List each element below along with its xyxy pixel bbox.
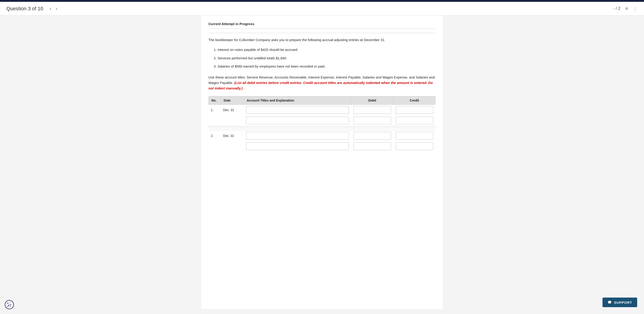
row-account: [244, 130, 351, 141]
row-date-empty: [221, 115, 244, 127]
list-icon[interactable]: ≡: [625, 6, 628, 11]
row-account: [244, 115, 351, 127]
credit-input-2-2[interactable]: [396, 142, 433, 150]
col-credit: Credit: [394, 96, 436, 105]
score-display: - / 2: [613, 6, 620, 11]
table-header-row: No. Date Account Titles and Explanation …: [209, 96, 436, 105]
items-list: Interest on notes payable of $420 should…: [208, 47, 436, 69]
credit-input-2-1[interactable]: [396, 132, 433, 140]
support-button[interactable]: 💬 SUPPORT: [602, 297, 637, 307]
debit-input-2-2[interactable]: [354, 142, 391, 150]
row-debit: [351, 115, 394, 127]
row-no-empty: [209, 141, 221, 152]
svg-point-3: [10, 304, 12, 305]
instructions: Use these account titles: Service Revenu…: [208, 75, 436, 91]
account-input-1-2[interactable]: [246, 117, 349, 124]
svg-point-5: [10, 306, 11, 307]
col-account: Account Titles and Explanation: [244, 96, 351, 105]
row-debit: [351, 130, 394, 141]
row-credit: [394, 115, 436, 127]
svg-point-0: [5, 300, 14, 309]
list-item: Salaries of $580 earned by employees hav…: [218, 64, 436, 69]
account-input-2-2[interactable]: [246, 142, 349, 150]
svg-point-2: [10, 302, 10, 303]
row-spacer: [209, 127, 436, 131]
row-no-empty: [209, 115, 221, 127]
table-row: 2. Dec. 31: [209, 130, 436, 141]
debit-input-1-1[interactable]: [354, 106, 391, 114]
row-date: Dec. 31: [221, 105, 244, 115]
table-row: 1. Dec. 31: [209, 105, 436, 115]
col-date: Date: [221, 96, 244, 105]
account-input-2-1[interactable]: [246, 132, 349, 140]
row-credit: [394, 105, 436, 115]
question-title: Question 3 of 10: [6, 6, 43, 12]
support-label: SUPPORT: [614, 300, 632, 304]
header-right: - / 2 ≡ ⋮: [613, 6, 638, 12]
row-account: [244, 141, 351, 152]
col-debit: Debit: [351, 96, 394, 105]
row-credit: [394, 141, 436, 152]
row-date: Dec. 31: [221, 130, 244, 141]
more-icon[interactable]: ⋮: [633, 6, 638, 12]
divider: [208, 33, 436, 33]
next-button[interactable]: ›: [53, 5, 60, 12]
row-debit: [351, 105, 394, 115]
row-no: 1.: [209, 105, 221, 115]
col-no: No.: [209, 96, 221, 105]
question-header: Question 3 of 10 ‹ › - / 2 ≡ ⋮: [0, 2, 644, 16]
cookie-icon[interactable]: [4, 300, 14, 309]
prev-button[interactable]: ‹: [47, 5, 53, 12]
credit-input-1-2[interactable]: [396, 117, 433, 124]
list-item: Services performed but unbilled totals $…: [218, 56, 436, 61]
top-bar: [0, 0, 644, 2]
instruction-red-text: (List all debit entries before credit en…: [208, 81, 433, 90]
support-icon: 💬: [608, 300, 612, 304]
row-debit: [351, 141, 394, 152]
journal-table: No. Date Account Titles and Explanation …: [208, 96, 436, 152]
svg-point-1: [7, 302, 8, 303]
credit-input-1-1[interactable]: [396, 106, 433, 114]
row-date-empty: [221, 141, 244, 152]
main-content: Current Attempt in Progress The bookkeep…: [201, 16, 443, 309]
table-row: [209, 115, 436, 127]
row-credit: [394, 130, 436, 141]
row-account: [244, 105, 351, 115]
row-no: 2.: [209, 130, 221, 141]
table-row: [209, 141, 436, 152]
debit-input-1-2[interactable]: [354, 117, 391, 124]
debit-input-2-1[interactable]: [354, 132, 391, 140]
account-input-1-1[interactable]: [246, 106, 349, 114]
current-attempt-label: Current Attempt in Progress: [208, 22, 436, 29]
list-item: Interest on notes payable of $420 should…: [218, 47, 436, 53]
question-text: The bookkeeper for Cullumber Company ask…: [208, 37, 436, 43]
svg-point-6: [7, 306, 8, 307]
